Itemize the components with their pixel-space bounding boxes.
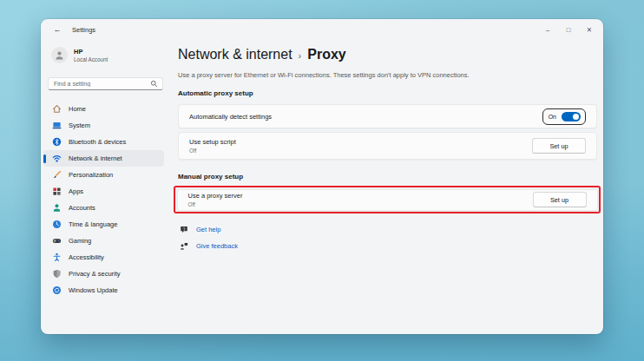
breadcrumb-separator: ›	[299, 48, 302, 64]
section-manual-proxy-title: Manual proxy setup	[178, 173, 597, 181]
proxy-server-label: Use a proxy server	[188, 192, 243, 200]
sidebar-item-label: Privacy & security	[69, 270, 121, 278]
page-description: Use a proxy server for Ethernet or Wi-Fi…	[178, 71, 597, 79]
give-feedback-label: Give feedback	[196, 242, 238, 250]
proxy-server-setup-button[interactable]: Set up	[533, 192, 587, 207]
user-name: HP	[74, 48, 108, 56]
system-icon	[52, 121, 62, 130]
accounts-icon	[52, 203, 62, 213]
main-content: Network & internet › Proxy Use a proxy s…	[169, 40, 603, 334]
close-button[interactable]: ✕	[579, 19, 600, 40]
sidebar-item-label: System	[69, 121, 90, 129]
sidebar-item-apps[interactable]: Apps	[43, 183, 164, 200]
setup-script-status: Off	[189, 148, 236, 154]
sidebar-item-accessibility[interactable]: Accessibility	[43, 249, 164, 266]
sidebar-item-label: Windows Update	[69, 286, 118, 294]
user-account-type: Local Account	[74, 56, 108, 62]
get-help-label: Get help	[196, 226, 220, 233]
sidebar-item-label: Home	[69, 105, 86, 113]
toggle-knob	[573, 114, 579, 120]
annotation-highlight-box: Use a proxy server Off Set up	[174, 186, 601, 213]
settings-window: ← Settings – □ ✕ HP Local Account	[41, 19, 603, 334]
back-button[interactable]: ←	[49, 23, 65, 36]
user-info: HP Local Account	[74, 48, 108, 63]
minimize-button[interactable]: –	[537, 19, 558, 40]
breadcrumb-parent[interactable]: Network & internet	[178, 46, 292, 62]
sidebar-item-label: Apps	[69, 187, 83, 195]
maximize-button[interactable]: □	[558, 19, 579, 40]
apps-icon	[52, 187, 62, 196]
privacy-icon	[52, 269, 62, 279]
setting-row-proxy-server: Use a proxy server Off Set up	[177, 189, 598, 211]
give-feedback-link[interactable]: Give feedback	[180, 241, 597, 251]
proxy-server-status: Off	[188, 201, 243, 207]
setting-row-setup-script: Use setup script Off Set up	[178, 132, 597, 160]
setup-script-button[interactable]: Set up	[532, 138, 586, 154]
setup-script-text: Use setup script Off	[189, 138, 236, 154]
search-box	[48, 77, 163, 90]
sidebar-nav: Home System Bluetooth & devices	[41, 101, 169, 299]
network-icon	[52, 154, 62, 163]
window-title: Settings	[72, 26, 95, 34]
sidebar-item-time-language[interactable]: Time & language	[43, 216, 164, 233]
toggle-state-label: On	[549, 114, 556, 120]
get-help-link[interactable]: Get help	[180, 225, 597, 234]
sidebar-item-label: Time & language	[69, 220, 117, 228]
personalization-icon	[52, 170, 62, 180]
sidebar-item-label: Bluetooth & devices	[69, 138, 126, 146]
accessibility-icon	[52, 253, 62, 262]
sidebar-item-home[interactable]: Home	[43, 101, 164, 117]
home-icon	[52, 104, 62, 114]
detect-settings-toggle[interactable]: On	[542, 108, 586, 125]
breadcrumb: Network & internet › Proxy	[178, 46, 597, 64]
setting-row-detect-settings: Automatically detect settings On	[178, 104, 597, 128]
time-language-icon	[52, 220, 62, 229]
avatar	[51, 47, 68, 63]
sidebar-item-gaming[interactable]: Gaming	[43, 233, 164, 249]
sidebar-item-bluetooth-devices[interactable]: Bluetooth & devices	[43, 134, 164, 150]
gaming-icon	[52, 236, 62, 246]
sidebar-item-system[interactable]: System	[43, 117, 164, 134]
search-input[interactable]	[54, 81, 150, 87]
windows-update-icon	[52, 286, 62, 295]
feedback-icon	[180, 242, 188, 251]
toggle-switch[interactable]	[562, 112, 581, 121]
sidebar-item-network-internet[interactable]: Network & internet	[43, 150, 164, 167]
user-account-button[interactable]: HP Local Account	[51, 47, 162, 63]
help-icon	[180, 226, 188, 234]
bluetooth-icon	[52, 137, 62, 147]
sidebar-item-accounts[interactable]: Accounts	[43, 200, 164, 216]
search-icon	[150, 80, 158, 88]
titlebar: ← Settings – □ ✕	[41, 19, 603, 40]
sidebar-item-privacy-security[interactable]: Privacy & security	[43, 266, 164, 282]
help-links: Get help Give feedback	[180, 225, 597, 251]
sidebar-item-label: Network & internet	[69, 154, 122, 162]
sidebar-item-label: Accounts	[69, 204, 95, 212]
detect-settings-label: Automatically detect settings	[189, 113, 272, 121]
sidebar-item-label: Gaming	[69, 237, 91, 245]
proxy-server-text: Use a proxy server Off	[188, 192, 243, 207]
sidebar-item-label: Accessibility	[69, 253, 104, 261]
window-controls: – □ ✕	[537, 19, 600, 40]
page-title: Proxy	[307, 46, 345, 62]
section-automatic-proxy-title: Automatic proxy setup	[178, 89, 597, 98]
sidebar-item-label: Personalization	[69, 171, 113, 179]
sidebar-item-personalization[interactable]: Personalization	[43, 167, 164, 183]
sidebar: HP Local Account Home	[41, 40, 169, 334]
setup-script-label: Use setup script	[189, 138, 236, 146]
sidebar-item-windows-update[interactable]: Windows Update	[43, 282, 164, 299]
